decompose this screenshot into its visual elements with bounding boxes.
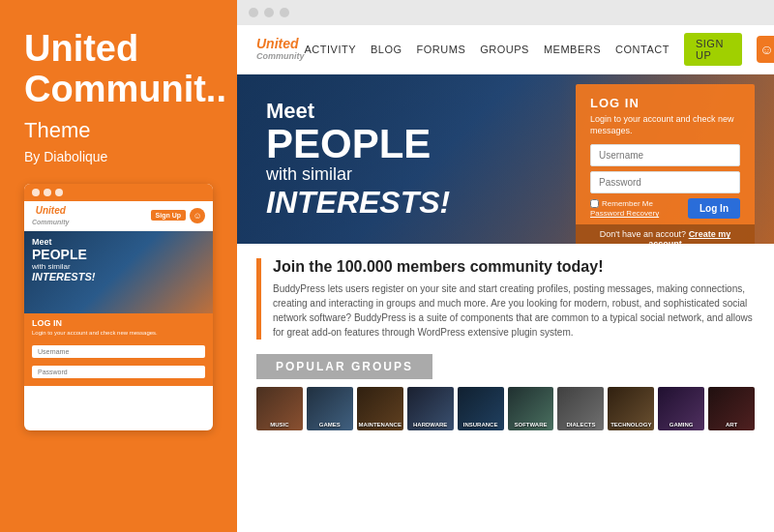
- website-content: United Community ACTIVITY BLOG FORUMS GR…: [237, 25, 774, 532]
- remember-me-row: Remember Me: [590, 199, 659, 208]
- group-thumbnail[interactable]: GAMING: [658, 387, 704, 430]
- popular-groups-section: POPULAR GROUPS MUSICGAMESMAINTENANCEHARD…: [256, 354, 755, 430]
- join-title: Join the 100.000 members community today…: [273, 258, 755, 276]
- browser-dot-1: [249, 8, 258, 17]
- login-options: Remember Me Password Recovery Log In: [590, 198, 740, 219]
- login-check-area: Remember Me Password Recovery: [590, 199, 659, 218]
- nav-contact[interactable]: CONTACT: [615, 44, 670, 55]
- popular-groups-title: POPULAR GROUPS: [256, 354, 432, 379]
- mobile-preview: United Community Sign Up ☺ Meet PEOPLE w…: [24, 184, 213, 430]
- group-thumbnail[interactable]: DIALECTS: [557, 387, 604, 430]
- login-button[interactable]: Log In: [688, 198, 740, 219]
- browser-dot-3: [280, 8, 289, 17]
- site-logo: United Community: [256, 37, 305, 61]
- password-input[interactable]: [590, 171, 740, 193]
- site-header: United Community ACTIVITY BLOG FORUMS GR…: [237, 25, 774, 74]
- mobile-username-input[interactable]: [32, 345, 205, 358]
- group-thumbnail[interactable]: GAMES: [307, 387, 353, 430]
- nav-members[interactable]: MEMBERS: [544, 44, 601, 55]
- theme-title: United Communit..: [24, 29, 213, 110]
- nav-blog[interactable]: BLOG: [371, 44, 402, 55]
- browser-chrome: [237, 0, 774, 25]
- nav-activity[interactable]: ACTIVITY: [305, 44, 357, 55]
- mobile-nav: United Community Sign Up ☺: [24, 201, 213, 231]
- mobile-dots-bar: [24, 184, 213, 201]
- mobile-nav-right: Sign Up ☺: [151, 208, 205, 223]
- groups-thumbnails: MUSICGAMESMAINTENANCEHARDWAREINSURANCESO…: [256, 387, 755, 430]
- mobile-signup-button[interactable]: Sign Up: [151, 210, 186, 221]
- mobile-password-input[interactable]: [32, 366, 205, 378]
- right-panel: United Community ACTIVITY BLOG FORUMS GR…: [237, 0, 774, 532]
- theme-author: By Diabolique: [24, 149, 213, 164]
- dot-1: [32, 189, 40, 196]
- mobile-hero-text: Meet PEOPLE with similar INTERESTS!: [32, 237, 95, 282]
- join-bar: [256, 258, 261, 340]
- dot-3: [55, 189, 63, 196]
- group-thumbnail[interactable]: SOFTWARE: [508, 387, 554, 430]
- join-section: Join the 100.000 members community today…: [256, 258, 755, 340]
- mobile-login-box: LOG IN Login to your account and check n…: [24, 313, 213, 387]
- group-thumbnail[interactable]: MAINTENANCE: [357, 387, 403, 430]
- mobile-hero: Meet PEOPLE with similar INTERESTS!: [24, 231, 213, 313]
- mobile-logo: United Community: [32, 205, 70, 226]
- nav-groups[interactable]: GROUPS: [480, 44, 529, 55]
- hero-text: Meet PEOPLE with similar INTERESTS!: [237, 79, 479, 240]
- theme-subtitle: Theme: [24, 118, 213, 143]
- password-recovery-link[interactable]: Password Recovery: [590, 209, 659, 218]
- group-thumbnail[interactable]: HARDWARE: [407, 387, 454, 430]
- username-input[interactable]: [590, 144, 740, 166]
- signup-button[interactable]: Sign Up: [684, 33, 742, 66]
- login-footer: Don't have an accout? Create my account: [576, 224, 755, 244]
- hero-section: Meet PEOPLE with similar INTERESTS! LOG …: [237, 74, 774, 244]
- nav-forums[interactable]: FORUMS: [417, 44, 466, 55]
- site-nav: ACTIVITY BLOG FORUMS GROUPS MEMBERS CONT…: [305, 33, 775, 66]
- join-content: Join the 100.000 members community today…: [273, 258, 755, 340]
- group-thumbnail[interactable]: INSURANCE: [458, 387, 504, 430]
- dot-2: [44, 189, 51, 196]
- group-thumbnail[interactable]: TECHNOLOGY: [608, 387, 654, 430]
- remember-me-checkbox[interactable]: [590, 199, 599, 208]
- login-box: LOG IN Login to your account and check n…: [576, 84, 755, 244]
- mobile-user-icon[interactable]: ☺: [190, 208, 205, 223]
- browser-dot-2: [264, 8, 274, 17]
- group-thumbnail[interactable]: ART: [708, 387, 755, 430]
- group-thumbnail[interactable]: MUSIC: [256, 387, 303, 430]
- bottom-section: Join the 100.000 members community today…: [237, 244, 774, 532]
- left-panel: United Communit.. Theme By Diabolique Un…: [0, 0, 237, 532]
- user-icon[interactable]: ☺: [757, 36, 774, 63]
